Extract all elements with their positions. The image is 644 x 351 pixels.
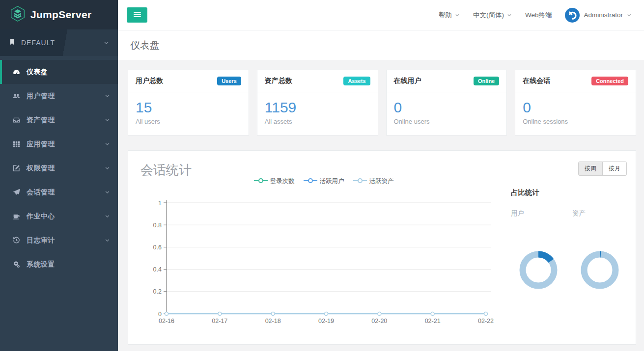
legend-label: 活跃资产 (369, 177, 394, 186)
stat-card-value: 1159 (265, 99, 370, 116)
sidebar-item-label: 日志审计 (27, 236, 105, 245)
stat-card-value: 0 (394, 99, 500, 116)
content: 用户总数Users15All users资产总数Assets1159All as… (118, 60, 644, 351)
chevron-down-icon (105, 214, 110, 219)
chevron-down-icon (105, 165, 110, 171)
legend-label: 活跃用户 (320, 177, 344, 186)
sidebar-item-label: 系统设置 (27, 260, 110, 269)
app-window: JumpServer DEFAULT 仪表盘用户管理资产管理应用管理权限管理会话… (0, 0, 644, 351)
session-stats-panel: 会话统计 登录次数活跃用户活跃资产 按周按月 00.20.40.60.8102-… (128, 150, 636, 345)
page-heading: 仪表盘 (118, 30, 644, 60)
svg-text:02-18: 02-18 (265, 318, 281, 324)
svg-text:0.2: 0.2 (153, 288, 162, 295)
page-title: 仪表盘 (130, 39, 160, 52)
logo[interactable]: JumpServer (0, 0, 118, 29)
status-badge: Connected (591, 77, 628, 85)
stat-card-header: 资产总数Assets (257, 70, 378, 92)
edit-icon (13, 164, 21, 172)
sidebar-item-label: 应用管理 (27, 140, 105, 149)
sidebar-item-label: 会话管理 (27, 188, 105, 197)
sidebar-toggle-button[interactable] (127, 7, 147, 23)
sidebar-item-perms[interactable]: 权限管理 (0, 156, 118, 180)
stat-card-title: 在线会话 (523, 77, 550, 85)
sidebar-item-label: 用户管理 (27, 92, 105, 101)
sidebar-item-apps[interactable]: 应用管理 (0, 132, 118, 156)
legend-item[interactable]: 活跃资产 (353, 177, 394, 186)
sidebar: JumpServer DEFAULT 仪表盘用户管理资产管理应用管理权限管理会话… (0, 0, 118, 351)
stat-card-total-users: 用户总数Users15All users (128, 70, 249, 135)
stat-card-caption: Online users (394, 118, 500, 125)
donut-col-users: 用户 (507, 209, 569, 293)
chevron-down-icon (455, 13, 460, 18)
history-icon (13, 237, 21, 244)
chart-legend: 登录次数活跃用户活跃资产 (240, 177, 407, 186)
stat-card-caption: Online sessions (523, 118, 628, 125)
stat-card-title: 在线用户 (394, 77, 421, 85)
stat-card-header: 用户总数Users (128, 70, 249, 92)
user-menu[interactable]: Administrator (565, 8, 632, 23)
chevron-down-icon (105, 117, 110, 123)
svg-text:02-19: 02-19 (318, 318, 334, 324)
status-badge: Online (474, 77, 499, 85)
web-terminal-link[interactable]: Web终端 (525, 11, 552, 20)
org-selector[interactable]: DEFAULT (0, 29, 118, 56)
stat-card-body: 1159All assets (257, 92, 378, 135)
grid-icon (13, 140, 21, 148)
stat-card-body: 0Online users (387, 92, 507, 135)
help-menu[interactable]: 帮助 (439, 11, 460, 20)
range-button-week[interactable]: 按周 (579, 162, 602, 175)
sidebar-item-dashboard[interactable]: 仪表盘 (0, 60, 118, 84)
svg-text:1: 1 (158, 199, 162, 206)
chevron-down-icon (507, 13, 512, 18)
user-avatar-power-icon (565, 8, 580, 23)
stat-card-body: 15All users (128, 92, 249, 135)
range-button-group: 按周按月 (578, 162, 627, 176)
donut-chart-users (516, 247, 561, 293)
donut-label: 用户 (507, 209, 569, 218)
sidebar-item-users[interactable]: 用户管理 (0, 84, 118, 108)
legend-item[interactable]: 活跃用户 (304, 177, 344, 186)
sidebar-menu: 仪表盘用户管理资产管理应用管理权限管理会话管理作业中心日志审计系统设置 (0, 60, 118, 276)
navbar-right: 帮助 中文(简体) Web终端 (439, 8, 632, 23)
bookmark-icon (9, 39, 15, 47)
chevron-down-icon (105, 189, 110, 195)
gears-icon (13, 261, 21, 268)
stat-card-value: 15 (136, 99, 241, 116)
svg-text:0.4: 0.4 (153, 266, 162, 273)
donut-chart-assets (577, 247, 622, 293)
sidebar-item-sessions[interactable]: 会话管理 (0, 180, 118, 204)
stat-card-body: 0Online sessions (515, 92, 636, 135)
svg-text:02-21: 02-21 (425, 318, 441, 324)
legend-marker-icon (254, 178, 268, 185)
stats-row: 用户总数Users15All users资产总数Assets1159All as… (128, 70, 636, 135)
ratio-section: 占比统计 用户资产 (507, 188, 635, 293)
sidebar-item-jobs[interactable]: 作业中心 (0, 204, 118, 228)
jumpserver-logo-icon (10, 6, 26, 24)
stat-card-total-assets: 资产总数Assets1159All assets (257, 70, 378, 135)
legend-label: 登录次数 (270, 177, 295, 186)
chevron-down-icon (105, 141, 110, 147)
stat-card-online-sessions: 在线会话Connected0Online sessions (515, 70, 636, 135)
brand-name: JumpServer (30, 9, 91, 21)
sidebar-item-settings[interactable]: 系统设置 (0, 252, 118, 276)
svg-text:02-20: 02-20 (371, 318, 387, 324)
chevron-down-icon (105, 93, 110, 99)
svg-text:0.6: 0.6 (153, 243, 162, 250)
range-button-month[interactable]: 按月 (602, 162, 626, 175)
stat-card-caption: All assets (265, 118, 370, 125)
sidebar-item-audits[interactable]: 日志审计 (0, 228, 118, 252)
legend-item[interactable]: 登录次数 (254, 177, 295, 186)
org-label: DEFAULT (21, 39, 55, 47)
stat-card-header: 在线用户Online (387, 70, 507, 92)
web-terminal-label: Web终端 (525, 11, 552, 20)
stat-card-header: 在线会话Connected (515, 70, 636, 92)
svg-text:02-17: 02-17 (212, 318, 227, 324)
sidebar-item-label: 仪表盘 (27, 68, 110, 77)
language-menu[interactable]: 中文(简体) (473, 11, 512, 20)
svg-text:0.8: 0.8 (153, 221, 162, 228)
main-area: 帮助 中文(简体) Web终端 (118, 0, 644, 351)
top-navbar: 帮助 中文(简体) Web终端 (118, 0, 644, 30)
chevron-down-icon (627, 13, 632, 18)
sidebar-item-assets[interactable]: 资产管理 (0, 108, 118, 132)
legend-marker-icon (353, 178, 367, 185)
